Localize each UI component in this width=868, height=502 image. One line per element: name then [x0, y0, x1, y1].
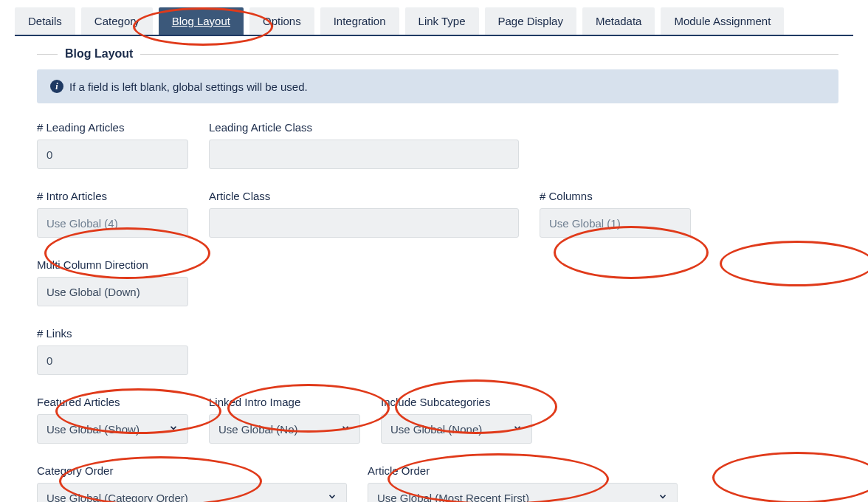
tab-blog-layout[interactable]: Blog Layout: [159, 7, 244, 35]
select-category-order-value: Use Global (Category Order): [46, 492, 188, 503]
label-columns: # Columns: [540, 190, 691, 202]
label-linked-intro: Linked Intro Image: [209, 396, 360, 408]
select-include-subcat[interactable]: Use Global (None): [381, 414, 532, 444]
label-category-order: Category Order: [37, 464, 347, 477]
chevron-down-icon: [340, 423, 351, 436]
panel-legend: Blog Layout: [58, 47, 140, 61]
select-multi-col-dir[interactable]: Use Global (Down): [37, 277, 188, 306]
input-links[interactable]: 0: [37, 345, 188, 375]
input-leading-class[interactable]: [209, 140, 519, 169]
chevron-down-icon: [512, 423, 523, 436]
label-include-subcat: Include Subcategories: [381, 396, 532, 408]
select-article-order[interactable]: Use Global (Most Recent First): [368, 483, 678, 502]
label-multi-col-dir: Multi Column Direction: [37, 258, 188, 271]
chevron-down-icon: [327, 492, 337, 503]
tab-metadata[interactable]: Metadata: [582, 7, 655, 35]
info-text: If a field is left blank, global setting…: [69, 80, 308, 93]
label-leading-articles: # Leading Articles: [37, 121, 188, 134]
label-article-class: Article Class: [209, 190, 519, 202]
input-article-class[interactable]: [209, 208, 519, 238]
label-leading-class: Leading Article Class: [209, 121, 519, 134]
select-linked-intro-value: Use Global (No): [218, 423, 298, 436]
label-links: # Links: [37, 327, 188, 340]
info-bar: i If a field is left blank, global setti…: [37, 69, 838, 103]
select-featured[interactable]: Use Global (Show): [37, 414, 188, 444]
tab-module-assignment[interactable]: Module Assignment: [661, 7, 784, 35]
tab-details[interactable]: Details: [15, 7, 75, 35]
blog-layout-panel: Blog Layout i If a field is left blank, …: [37, 54, 838, 502]
info-icon: i: [50, 80, 63, 93]
select-linked-intro[interactable]: Use Global (No): [209, 414, 360, 444]
input-columns[interactable]: Use Global (1): [540, 208, 691, 238]
select-multi-col-dir-value: Use Global (Down): [46, 286, 140, 298]
select-featured-value: Use Global (Show): [46, 423, 140, 436]
chevron-down-icon: [168, 423, 179, 436]
tab-integration[interactable]: Integration: [320, 7, 399, 35]
tab-link-type[interactable]: Link Type: [405, 7, 479, 35]
label-featured: Featured Articles: [37, 396, 188, 408]
tab-page-display[interactable]: Page Display: [485, 7, 576, 35]
tab-options[interactable]: Options: [249, 7, 314, 35]
label-article-order: Article Order: [368, 464, 678, 477]
select-article-order-value: Use Global (Most Recent First): [377, 492, 529, 503]
tabs-row: Details Category Blog Layout Options Int…: [15, 7, 853, 36]
chevron-down-icon: [658, 492, 668, 503]
input-leading-articles[interactable]: 0: [37, 140, 188, 169]
select-category-order[interactable]: Use Global (Category Order): [37, 483, 347, 502]
input-intro-articles[interactable]: Use Global (4): [37, 208, 188, 238]
label-intro-articles: # Intro Articles: [37, 190, 188, 202]
select-include-subcat-value: Use Global (None): [390, 423, 482, 436]
tab-category[interactable]: Category: [81, 7, 153, 35]
